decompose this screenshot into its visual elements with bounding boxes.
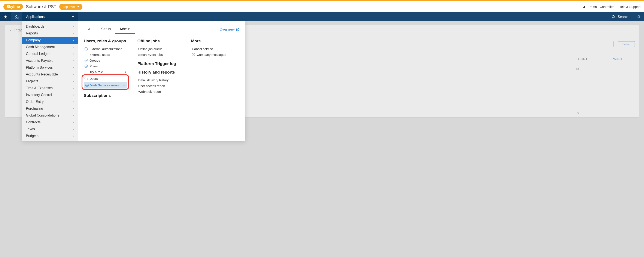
column-offline-history: Offline jobs Offline job queue Smart Eve… [132, 38, 186, 100]
main-nav: Applications Search [0, 12, 644, 21]
sidebar-label: Company [26, 38, 40, 42]
link-groups[interactable]: +Groups [84, 57, 127, 63]
sidebar-item-order-entry[interactable]: Order Entry› [22, 98, 78, 105]
link-label: Smart Event jobs [138, 53, 163, 56]
link-users[interactable]: +Users [84, 76, 127, 81]
overview-link[interactable]: Overview [220, 27, 239, 32]
link-external-authorizations[interactable]: +External authorizations [84, 46, 127, 52]
link-label: Web Services users [90, 83, 119, 87]
chevron-right-icon: › [73, 73, 74, 76]
link-label: Email delivery history [138, 78, 169, 82]
link-label: Webhook report [138, 90, 161, 93]
highlight-annotation: +Users +Web Services users☆ [82, 74, 129, 90]
link-user-access-report[interactable]: User access report [138, 83, 181, 89]
tab-setup[interactable]: Setup [96, 25, 115, 34]
chevron-right-icon: › [73, 114, 74, 117]
content-area: Intacct Select USA 1 Select rd le Dash [0, 21, 644, 257]
sidebar-label: Order Entry [26, 100, 44, 104]
plus-icon: + [84, 65, 88, 68]
bookmark-button[interactable] [633, 12, 644, 21]
link-try-a-role[interactable]: Try a role [84, 69, 127, 75]
chevron-right-icon: › [73, 93, 74, 96]
overview-label: Overview [220, 27, 235, 32]
link-email-delivery-history[interactable]: Email delivery history [138, 77, 181, 83]
sidebar-label: Global Consolidations [26, 114, 59, 117]
chevron-right-icon: › [73, 52, 74, 55]
chevron-right-icon: › [73, 32, 74, 35]
link-smart-event-jobs[interactable]: Smart Event jobs [138, 52, 181, 57]
mega-menu: Dashboards› Reports› Company› Cash Manag… [22, 21, 245, 141]
sidebar-item-contracts[interactable]: Contracts› [22, 119, 78, 126]
bg-usa1: USA 1 [578, 57, 588, 61]
tab-all[interactable]: All [84, 25, 96, 34]
link-web-services-users[interactable]: +Web Services users☆ [84, 82, 127, 88]
applications-label: Applications [26, 15, 44, 19]
chevron-right-icon: › [73, 66, 74, 69]
sidebar-item-projects[interactable]: Projects› [22, 78, 78, 85]
home-button[interactable] [11, 12, 22, 21]
user-menu[interactable]: Emma - Controller [582, 5, 614, 8]
link-cancel-service[interactable]: Cancel service [191, 46, 234, 52]
sidebar-item-company[interactable]: Company› [22, 37, 78, 44]
sub-tabs: All Setup Admin Overview [84, 25, 239, 34]
sidebar-label: Platform Services [26, 66, 53, 69]
bg-rd: rd [576, 67, 579, 71]
sidebar-item-cash-management[interactable]: Cash Management› [22, 44, 78, 50]
top-level-dropdown[interactable]: Top level [59, 4, 82, 10]
sidebar-label: Reports [26, 31, 38, 35]
svg-point-0 [584, 5, 585, 7]
sidebar-item-taxes[interactable]: Taxes› [22, 126, 78, 133]
search-button[interactable]: Search [607, 12, 633, 21]
link-label: Company messages [197, 53, 226, 56]
home-icon [14, 15, 19, 19]
sidebar-item-reports[interactable]: Reports› [22, 30, 78, 37]
chevron-right-icon: › [73, 134, 74, 137]
sidebar-item-general-ledger[interactable]: General Ledger› [22, 50, 78, 57]
link-company-messages[interactable]: +Company messages [191, 52, 234, 57]
bg-select-field [573, 41, 614, 47]
sidebar-label: Purchasing [26, 107, 43, 111]
sidebar-label: General Ledger [26, 52, 50, 56]
sidebar-item-inventory-control[interactable]: Inventory Control› [22, 91, 78, 98]
link-label: Cancel service [192, 47, 213, 51]
bg-select-link: Select [613, 57, 622, 61]
chevron-right-icon: › [73, 59, 74, 62]
tab-admin[interactable]: Admin [115, 25, 135, 34]
applications-menu[interactable]: Applications [22, 12, 78, 21]
help-support-link[interactable]: Help & Support [619, 5, 640, 8]
external-link-icon [236, 28, 239, 31]
sidebar-label: Accounts Payable [26, 59, 53, 63]
link-external-users[interactable]: External users [84, 52, 127, 57]
sidebar-item-global-consolidations[interactable]: Global Consolidations› [22, 112, 78, 119]
sidebar-label: Projects [26, 79, 38, 83]
plus-icon: + [84, 77, 88, 80]
chevron-down-icon [77, 6, 79, 7]
side-menu: Dashboards› Reports› Company› Cash Manag… [22, 21, 78, 141]
search-label: Search [618, 15, 628, 19]
link-webhook-report[interactable]: Webhook report [138, 89, 181, 94]
link-label: Users [90, 77, 98, 80]
link-roles[interactable]: +Roles [84, 63, 127, 69]
bookmark-icon [637, 15, 640, 19]
plus-icon: + [86, 84, 89, 87]
link-label: Try a role [90, 70, 103, 74]
top-header: Skyline Software & PST Top level Emma - … [0, 1, 644, 12]
svg-line-2 [614, 17, 615, 18]
sidebar-item-accounts-payable[interactable]: Accounts Payable› [22, 57, 78, 64]
sidebar-item-accounts-receivable[interactable]: Accounts Receivable› [22, 71, 78, 78]
favorites-button[interactable] [0, 12, 11, 21]
sidebar-item-purchasing[interactable]: Purchasing› [22, 105, 78, 112]
top-level-label: Top level [63, 5, 75, 8]
sidebar-item-budgets[interactable]: Budgets› [22, 133, 78, 139]
section-platform-trigger-log[interactable]: Platform Trigger log [138, 61, 181, 66]
chevron-down-icon [609, 43, 611, 45]
sidebar-item-time-expenses[interactable]: Time & Expenses› [22, 85, 78, 91]
section-subscriptions: Subscriptions [84, 93, 127, 98]
link-offline-job-queue[interactable]: Offline job queue [138, 46, 181, 52]
bg-le: le [576, 111, 579, 114]
logo: Skyline [4, 4, 23, 10]
sidebar-item-dashboards[interactable]: Dashboards› [22, 23, 78, 30]
link-label: Groups [90, 59, 100, 62]
star-outline-icon[interactable]: ☆ [122, 84, 125, 87]
sidebar-item-platform-services[interactable]: Platform Services› [22, 64, 78, 71]
